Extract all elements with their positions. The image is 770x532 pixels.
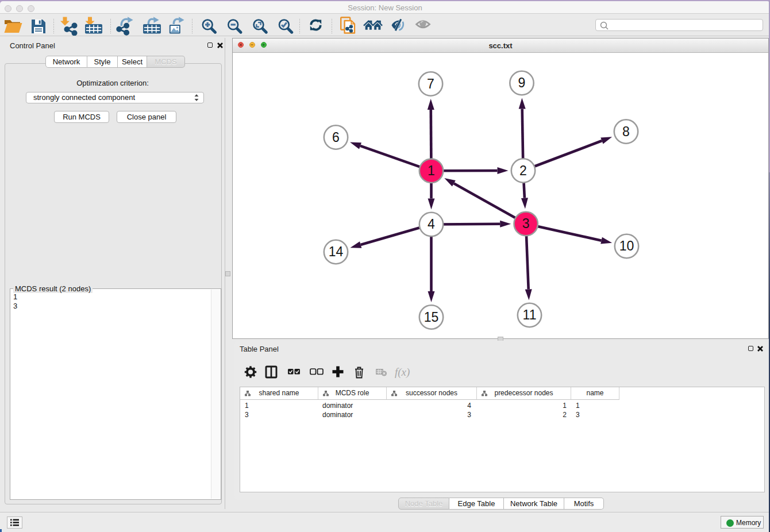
svg-text:8: 8 (622, 124, 630, 139)
svg-text:14: 14 (329, 244, 344, 259)
svg-text:f(x): f(x) (395, 366, 410, 379)
svg-text:6: 6 (332, 130, 340, 145)
svg-text:15: 15 (424, 310, 439, 325)
svg-text:2: 2 (519, 163, 527, 178)
svg-text:11: 11 (523, 307, 537, 322)
svg-text:7: 7 (427, 76, 434, 91)
svg-text:9: 9 (518, 75, 526, 90)
svg-text:1: 1 (428, 163, 435, 178)
svg-text:10: 10 (619, 238, 634, 253)
svg-text:4: 4 (428, 217, 435, 232)
svg-text:3: 3 (522, 216, 530, 231)
